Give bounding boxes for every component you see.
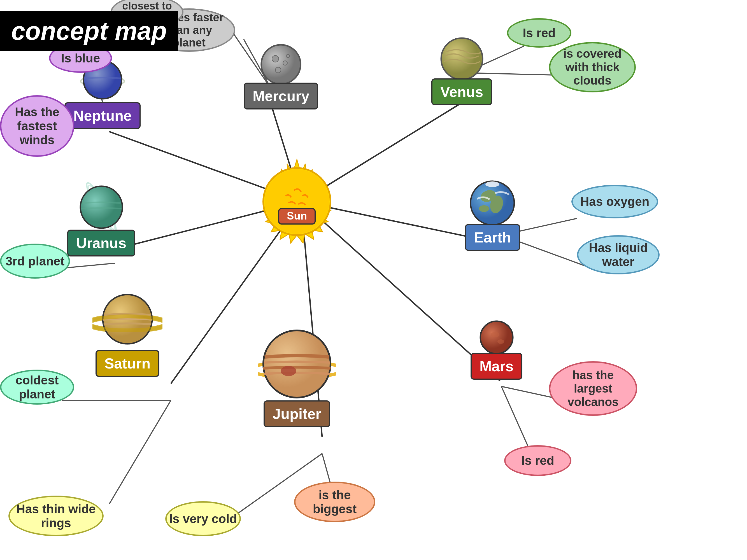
svg-line-18 [109,400,171,504]
venus-label: Venus [431,78,492,105]
svg-point-33 [286,54,290,58]
svg-point-45 [281,366,297,376]
fact-uranus-3rd: 3rd planet [0,244,70,278]
svg-point-31 [283,61,287,65]
saturn-group: Saturn [93,291,162,377]
saturn-label: Saturn [96,350,160,377]
svg-point-40 [480,321,513,354]
svg-point-30 [272,55,279,62]
svg-text:Sun: Sun [287,210,307,222]
svg-point-32 [275,67,281,73]
uranus-label: Uranus [67,230,135,257]
earth-group: Earth [465,179,520,251]
fact-earth-water: Has liquid water [577,235,660,274]
svg-point-44 [263,330,331,398]
earth-label: Earth [465,224,520,251]
fact-neptune-winds: Has the fastest winds [0,95,74,157]
mercury-group: Mercury [244,44,318,109]
fact-jupiter-biggest: is the biggest [294,482,375,522]
svg-point-38 [479,205,489,212]
uranus-group: Uranus [67,179,135,257]
fact-mars-red: Is red [504,445,571,476]
svg-point-39 [485,182,499,187]
mars-label: Mars [470,353,522,380]
svg-point-42 [497,339,504,344]
fact-saturn-rings: Has thin wide rings [8,496,104,536]
fact-venus-clouds: is covered with thick clouds [549,42,636,92]
venus-group: Venus [431,36,492,105]
mercury-label: Mercury [244,83,318,109]
sun-node: Sun [252,157,342,247]
mars-group: Mars [470,319,522,380]
svg-point-29 [261,45,301,84]
jupiter-group: Jupiter [258,328,336,427]
page-title: concept map [0,11,178,51]
fact-venus-red: Is red [507,18,571,48]
fact-mars-volcanos: has the largest volcanos [549,361,637,416]
svg-point-41 [491,332,499,338]
fact-saturn-coldest: coldest planet [0,370,74,405]
jupiter-label: Jupiter [263,400,330,427]
fact-earth-oxygen: Has oxygen [571,185,658,218]
svg-point-34 [441,38,483,80]
neptune-label: Neptune [65,102,140,129]
fact-jupiter-cold: Is very cold [165,501,241,536]
